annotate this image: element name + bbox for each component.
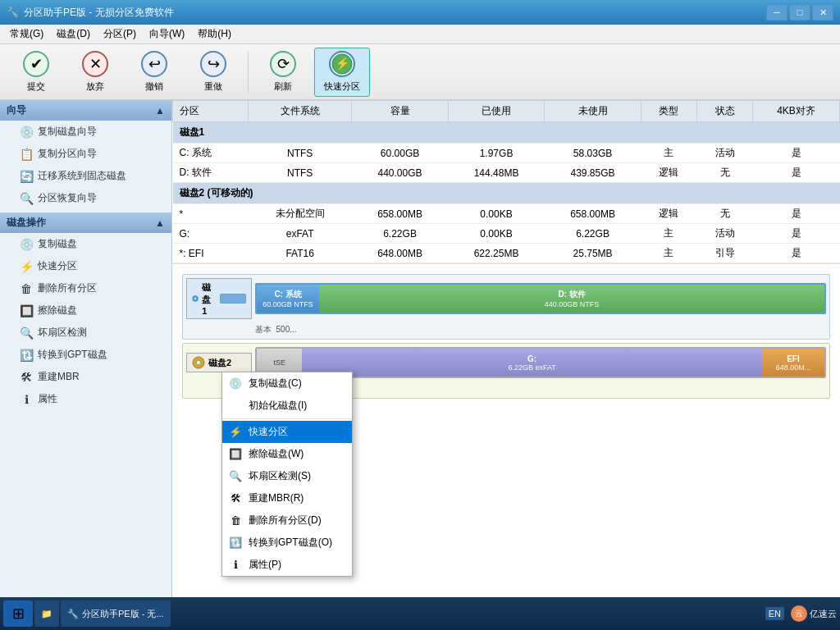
- table-row[interactable]: *: EFI FAT16 648.00MB 622.25MB 25.75MB 主…: [173, 244, 840, 263]
- ctx-properties-icon: ℹ: [229, 559, 242, 572]
- quick-partition-icon: ⚡: [329, 51, 355, 77]
- sidebar-item-properties[interactable]: ℹ 属性: [0, 388, 171, 410]
- part-free: 658.00MB: [545, 204, 641, 224]
- disk-ops-collapse-icon[interactable]: ▲: [155, 217, 165, 229]
- ctx-convert-gpt[interactable]: 🔃 转换到GPT磁盘(O): [222, 532, 352, 554]
- part-used: 1.97GB: [448, 144, 545, 163]
- refresh-button[interactable]: ⟳ 刷新: [255, 48, 311, 97]
- menu-wizard[interactable]: 向导(W): [143, 25, 191, 43]
- part-type: 逻辑: [641, 204, 696, 224]
- title-bar-left: 🔧 分区助手PE版 - 无损分区免费软件: [7, 6, 174, 20]
- sidebar-item-partition-recovery[interactable]: 🔍 分区恢复向导: [0, 187, 171, 209]
- disk1-progress: [220, 294, 246, 304]
- table-row[interactable]: D: 软件 NTFS 440.00GB 144.48MB 439.85GB 逻辑…: [173, 163, 840, 183]
- partition-recovery-label: 分区恢复向导: [38, 191, 97, 205]
- undo-button[interactable]: ↩ 撤销: [126, 48, 182, 97]
- menu-disk[interactable]: 磁盘(D): [50, 25, 97, 43]
- part-4k: 是: [753, 244, 840, 263]
- partition-table: 分区 文件系统 容量 已使用 未使用 类型 状态 4KB对齐 磁盘1 C: 系统: [172, 100, 840, 263]
- copy-disk2-label: 复制磁盘: [38, 237, 77, 251]
- undo-icon: ↩: [141, 51, 167, 77]
- disk1-seg-c[interactable]: C: 系统 60.00GB NTFS: [257, 285, 319, 313]
- part-type: 主: [641, 224, 696, 244]
- minimize-button[interactable]: ─: [766, 4, 788, 21]
- part-type: 逻辑: [641, 163, 696, 183]
- context-menu: 💿 复制磁盘(C) 初始化磁盘(I) ⚡ 快速分区 🔲 擦除磁盘(W) 🔍 坏扇…: [221, 372, 353, 577]
- col-free: 未使用: [545, 101, 641, 122]
- part-name: G:: [173, 224, 249, 244]
- app-taskbar-icon: 🔧: [67, 609, 79, 619]
- convert-gpt-icon: 🔃: [20, 349, 33, 362]
- part-size: 440.00GB: [352, 163, 449, 183]
- redo-label: 重做: [204, 80, 222, 93]
- bad-sector-label: 坏扇区检测: [38, 326, 87, 340]
- sidebar-item-quick-part[interactable]: ⚡ 快速分区: [0, 255, 171, 277]
- table-row[interactable]: * 未分配空间 658.00MB 0.00KB 658.00MB 逻辑 无 是: [173, 204, 840, 224]
- sidebar-item-wipe[interactable]: 🔲 擦除磁盘: [0, 299, 171, 322]
- table-row[interactable]: G: exFAT 6.22GB 0.00KB 6.22GB 主 活动 是: [173, 224, 840, 244]
- taskbar-explorer[interactable]: 📁: [34, 600, 59, 627]
- maximize-button[interactable]: □: [789, 4, 810, 21]
- sidebar-item-copy-disk2[interactable]: 💿 复制磁盘: [0, 233, 171, 255]
- submit-button[interactable]: ✔ 提交: [8, 48, 64, 97]
- ctx-quick-icon: ⚡: [229, 426, 242, 439]
- title-bar: 🔧 分区助手PE版 - 无损分区免费软件 ─ □ ✕: [0, 0, 840, 25]
- ctx-rebuild-mbr[interactable]: 🛠 重建MBR(R): [222, 487, 352, 509]
- disk1-label-box: 磁盘1: [186, 278, 252, 319]
- menu-partition[interactable]: 分区(P): [97, 25, 143, 43]
- taskbar-right: EN 云 亿速云: [765, 605, 837, 622]
- svg-point-3: [194, 298, 196, 299]
- close-button[interactable]: ✕: [812, 4, 833, 21]
- col-type: 类型: [641, 101, 696, 122]
- taskbar-app[interactable]: 🔧 分区助手PE版 - 无...: [61, 600, 171, 627]
- part-used: 622.25MB: [448, 244, 545, 263]
- sidebar-item-bad-sector[interactable]: 🔍 坏扇区检测: [0, 322, 171, 344]
- disk1-bar: C: 系统 60.00GB NTFS D: 软件 440.00GB NTFS: [255, 283, 826, 314]
- disk2-label: 磁盘2 (可移动的): [173, 183, 840, 204]
- ctx-bad-sector[interactable]: 🔍 坏扇区检测(S): [222, 465, 352, 487]
- disk-ops-title: 磁盘操作: [7, 216, 46, 230]
- brand-icon: 云: [791, 605, 807, 622]
- menu-help[interactable]: 帮助(H): [191, 25, 238, 43]
- sidebar-item-copy-disk[interactable]: 💿 复制磁盘向导: [0, 121, 171, 143]
- disk2-header-row: 磁盘2 (可移动的): [173, 183, 840, 204]
- col-partition: 分区: [173, 101, 249, 122]
- disk1-icon: [192, 292, 199, 305]
- disk1-seg-d[interactable]: D: 软件 440.00GB NTFS: [319, 285, 824, 313]
- sidebar-item-migrate-ssd[interactable]: 🔄 迁移系统到固态磁盘: [0, 165, 171, 187]
- sidebar-item-convert-gpt[interactable]: 🔃 转换到GPT磁盘: [0, 344, 171, 366]
- part-4k: 是: [753, 144, 840, 163]
- col-filesystem: 文件系统: [248, 101, 351, 122]
- partition-recovery-icon: 🔍: [20, 192, 33, 205]
- redo-icon: ↪: [200, 51, 226, 77]
- ctx-bad-icon: 🔍: [229, 470, 242, 483]
- discard-button[interactable]: ✕ 放弃: [67, 48, 123, 97]
- wizard-collapse-icon[interactable]: ▲: [155, 105, 165, 116]
- disk1-visual-row: 磁盘1 C: 系统 60.00GB NTFS D: 软件 440.00GB NT…: [186, 278, 826, 319]
- wizard-section: 向导 ▲ 💿 复制磁盘向导 📋 复制分区向导 🔄 迁移系统到固态磁盘 🔍 分区恢…: [0, 100, 171, 209]
- table-row[interactable]: C: 系统 NTFS 60.00GB 1.97GB 58.03GB 主 活动 是: [173, 144, 840, 163]
- submit-icon: ✔: [23, 51, 49, 77]
- ctx-del-icon: 🗑: [229, 514, 242, 527]
- disk2-seg-g[interactable]: G: 6.22GB exFAT: [302, 349, 762, 377]
- disk2-seg-efi[interactable]: EFI 648.00M...: [762, 349, 824, 377]
- sidebar-item-copy-partition[interactable]: 📋 复制分区向导: [0, 143, 171, 165]
- refresh-label: 刷新: [274, 80, 292, 93]
- ctx-quick-partition[interactable]: ⚡ 快速分区: [222, 421, 352, 443]
- wizard-header: 向导 ▲: [0, 100, 171, 121]
- start-button[interactable]: ⊞: [3, 600, 33, 627]
- menu-general[interactable]: 常规(G): [3, 25, 50, 43]
- ctx-copy-disk[interactable]: 💿 复制磁盘(C): [222, 372, 352, 395]
- rebuild-mbr-label: 重建MBR: [38, 370, 80, 384]
- sidebar-item-del-all[interactable]: 🗑 删除所有分区: [0, 277, 171, 299]
- redo-button[interactable]: ↪ 重做: [185, 48, 241, 97]
- ctx-init-disk[interactable]: 初始化磁盘(I): [222, 395, 352, 417]
- quick-partition-button[interactable]: ⚡ 快速分区: [314, 48, 370, 97]
- part-name: D: 软件: [173, 163, 249, 183]
- refresh-icon: ⟳: [270, 51, 296, 77]
- ctx-properties[interactable]: ℹ 属性(P): [222, 554, 352, 576]
- ctx-del-all[interactable]: 🗑 删除所有分区(D): [222, 509, 352, 532]
- ctx-wipe[interactable]: 🔲 擦除磁盘(W): [222, 443, 352, 465]
- ctx-wipe-icon: 🔲: [229, 448, 242, 461]
- sidebar-item-rebuild-mbr[interactable]: 🛠 重建MBR: [0, 366, 171, 388]
